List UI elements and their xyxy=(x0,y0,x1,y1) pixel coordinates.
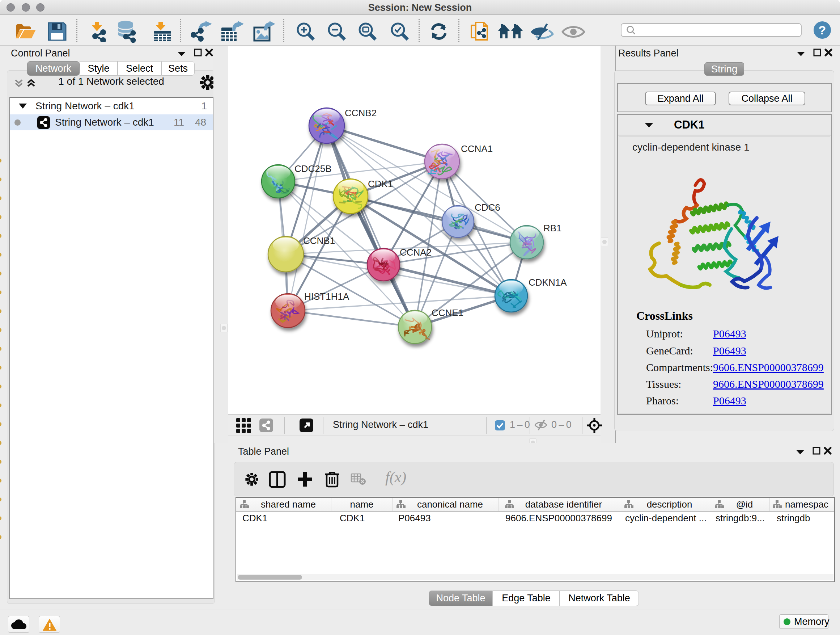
svg-text:CCNA1: CCNA1 xyxy=(461,143,493,154)
svg-text:CCNA2: CCNA2 xyxy=(400,247,431,258)
svg-text:CCNE1: CCNE1 xyxy=(431,307,463,318)
svg-text:CCNB1: CCNB1 xyxy=(303,235,335,246)
svg-text:RB1: RB1 xyxy=(543,223,562,233)
svg-text:?: ? xyxy=(819,23,826,37)
svg-text:HIST1H1A: HIST1H1A xyxy=(304,291,349,302)
svg-text:CDKN1A: CDKN1A xyxy=(529,277,567,288)
svg-text:CDK1: CDK1 xyxy=(368,179,393,189)
svg-text:CDC6: CDC6 xyxy=(475,202,500,213)
svg-text:CDC25B: CDC25B xyxy=(294,163,332,174)
svg-text:CCNB2: CCNB2 xyxy=(345,108,377,119)
